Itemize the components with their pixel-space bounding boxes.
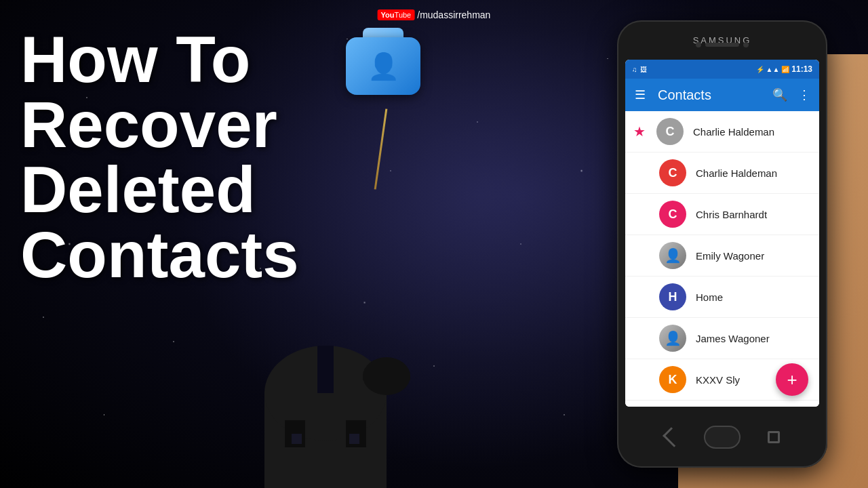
contact-name: Charlie Haldeman (693, 126, 774, 138)
more-options-button[interactable]: ⋮ (795, 85, 814, 104)
home-button[interactable] (704, 426, 741, 449)
main-title: How To Recover Deleted Contacts (20, 27, 299, 287)
svg-rect-7 (349, 434, 359, 444)
toolbar-title: Contacts (658, 87, 765, 103)
observatory-silhouette (237, 271, 427, 488)
contact-avatar: 👤 (659, 242, 686, 269)
contact-item[interactable]: 👤Lois Wagoner (625, 401, 819, 407)
contact-item[interactable]: 👤James Wagoner (625, 318, 819, 359)
signal-icon: 📶 (781, 66, 789, 73)
youtube-watermark: YouTube /mudassirrehman (378, 9, 491, 20)
back-button[interactable] (663, 427, 683, 447)
contact-name: Chris Barnhardt (696, 209, 767, 220)
contact-name: KXXV Sly (696, 374, 740, 386)
contact-name: Emily Wagoner (696, 250, 764, 262)
recent-apps-button[interactable] (768, 431, 780, 443)
status-time: 11:13 (791, 64, 812, 74)
samsung-phone: SAMSUNG ♫ 🖼 ⚡ ▲▲ 📶 11:13 (617, 20, 827, 468)
bluetooth-icon: ⚡ (756, 66, 764, 73)
channel-name: /mudassirrehman (417, 9, 490, 20)
contact-avatar: K (659, 366, 686, 393)
contact-name: James Wagoner (696, 333, 770, 344)
camera-dot-2 (743, 42, 749, 47)
contacts-list: ★CCharlie HaldemanCCharlie HaldemanCChri… (625, 111, 819, 407)
contact-avatar: C (659, 201, 686, 228)
image-icon: 🖼 (640, 66, 647, 73)
phone-top-bar (696, 42, 749, 47)
person-icon: 👤 (368, 52, 399, 81)
contact-item[interactable]: CChris Barnhardt (625, 194, 819, 235)
svg-rect-6 (292, 434, 302, 444)
contact-avatar: C (656, 118, 684, 145)
svg-rect-3 (317, 346, 334, 393)
status-right-icons: ⚡ ▲▲ 📶 11:13 (756, 64, 813, 74)
contacts-app-icon: 👤 (346, 37, 420, 112)
spotify-icon: ♫ (632, 66, 637, 73)
hamburger-menu-button[interactable]: ☰ (631, 85, 650, 104)
contact-item[interactable]: CCharlie Haldeman (625, 152, 819, 194)
contact-avatar: C (659, 159, 686, 186)
speaker-grill (705, 43, 739, 47)
app-toolbar[interactable]: ☰ Contacts 🔍 ⋮ (625, 79, 819, 111)
icon-body: 👤 (346, 37, 420, 95)
search-button[interactable]: 🔍 (770, 85, 789, 104)
status-left-icons: ♫ 🖼 (632, 66, 647, 73)
star-icon: ★ (633, 123, 646, 140)
svg-rect-9 (363, 375, 410, 380)
wifi-icon: ▲▲ (766, 66, 780, 73)
phone-screen: ♫ 🖼 ⚡ ▲▲ 📶 11:13 ☰ Contacts 🔍 ⋮ ★CChar (625, 60, 819, 407)
youtube-icon: YouTube (378, 9, 415, 20)
phone-container: SAMSUNG ♫ 🖼 ⚡ ▲▲ 📶 11:13 (556, 0, 868, 488)
contact-avatar: 👤 (659, 325, 686, 352)
contact-item[interactable]: ★CCharlie Haldeman (625, 111, 819, 152)
camera-dot (696, 42, 701, 47)
contact-name: Home (696, 291, 723, 303)
contact-avatar: H (659, 283, 686, 310)
status-bar: ♫ 🖼 ⚡ ▲▲ 📶 11:13 (625, 60, 819, 79)
contact-name: Charlie Haldeman (696, 167, 777, 179)
add-contact-fab[interactable]: + (776, 363, 808, 396)
contact-item[interactable]: 👤Emily Wagoner (625, 235, 819, 277)
contact-item[interactable]: HHome (625, 277, 819, 318)
